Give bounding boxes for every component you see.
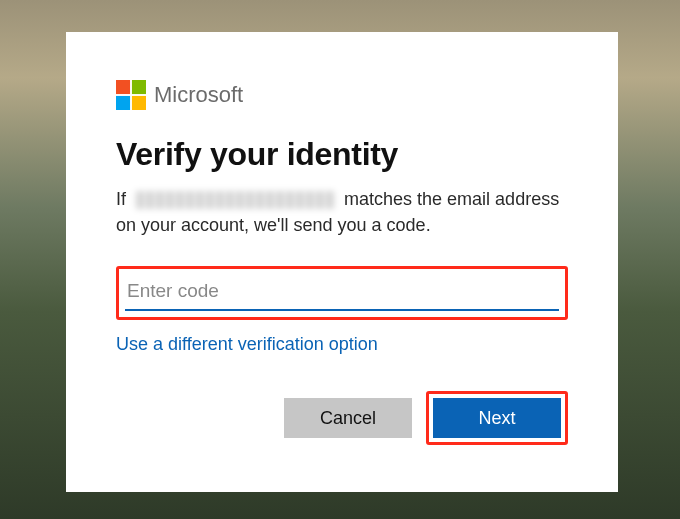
desc-prefix: If — [116, 189, 126, 209]
svg-rect-3 — [132, 96, 146, 110]
cancel-button[interactable]: Cancel — [284, 398, 412, 438]
alt-verification-link[interactable]: Use a different verification option — [116, 334, 378, 355]
next-button-highlight: Next — [426, 391, 568, 445]
verify-identity-dialog: Microsoft Verify your identity If matche… — [66, 32, 618, 492]
page-title: Verify your identity — [116, 136, 568, 173]
redacted-email — [135, 191, 335, 209]
svg-rect-2 — [116, 96, 130, 110]
microsoft-logo-icon — [116, 80, 146, 110]
next-button[interactable]: Next — [433, 398, 561, 438]
brand-header: Microsoft — [116, 80, 568, 110]
code-input-highlight — [116, 266, 568, 320]
svg-rect-1 — [132, 80, 146, 94]
dialog-actions: Cancel Next — [116, 391, 568, 445]
svg-rect-0 — [116, 80, 130, 94]
code-input[interactable] — [125, 277, 559, 311]
description-text: If matches the email address on your acc… — [116, 187, 568, 238]
brand-name: Microsoft — [154, 82, 243, 108]
cancel-wrap: Cancel — [280, 391, 416, 445]
